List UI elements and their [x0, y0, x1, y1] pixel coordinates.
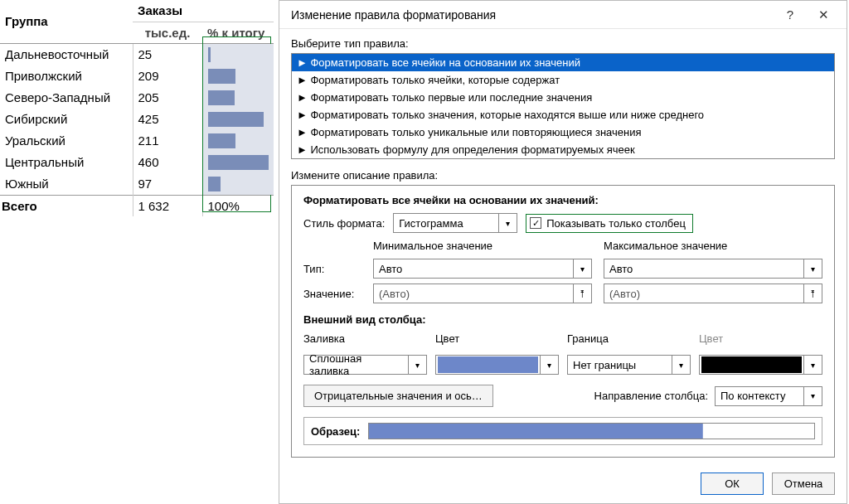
fill-type-select[interactable]: Сплошная заливка▾: [303, 355, 427, 375]
row-bar[interactable]: [202, 173, 274, 196]
row-label[interactable]: Уральский: [0, 130, 133, 152]
help-button[interactable]: ?: [774, 2, 807, 27]
row-bar[interactable]: [202, 130, 274, 152]
row-qty[interactable]: 205: [133, 87, 202, 109]
row-label[interactable]: Центральный: [0, 152, 133, 173]
min-value-input[interactable]: (Авто)⭱: [373, 284, 592, 303]
min-label: Минимальное значение: [373, 240, 592, 252]
row-qty[interactable]: 460: [133, 152, 202, 173]
row-label[interactable]: Приволжский: [0, 65, 133, 87]
subheader-pct[interactable]: % к итогу: [202, 22, 274, 43]
chevron-down-icon: ▾: [803, 356, 822, 374]
row-qty[interactable]: 97: [133, 173, 202, 196]
format-all-label: Форматировать все ячейки на основании их…: [303, 194, 822, 206]
fill-label: Заливка: [303, 332, 427, 345]
max-value-input[interactable]: (Авто)⭱: [604, 284, 822, 303]
fill-color-label: Цвет: [435, 332, 559, 345]
row-label[interactable]: Сибирский: [0, 109, 133, 130]
row-qty[interactable]: 209: [133, 65, 202, 87]
border-color-label: Цвет: [699, 332, 822, 345]
chevron-down-icon: ▾: [408, 356, 426, 374]
direction-label: Направление столбца:: [594, 390, 708, 402]
chevron-down-icon: ▾: [803, 259, 822, 278]
row-bar[interactable]: [202, 109, 274, 130]
border-label: Граница: [567, 332, 691, 345]
col-header-group[interactable]: Группа: [0, 0, 133, 43]
chevron-down-icon: ▾: [498, 214, 517, 232]
row-qty[interactable]: 425: [133, 109, 202, 130]
range-picker-icon[interactable]: ⭱: [573, 284, 591, 303]
type-label: Тип:: [303, 263, 361, 275]
sample-bar: [368, 423, 815, 439]
format-style-select[interactable]: Гистограмма ▾: [393, 213, 517, 233]
chevron-down-icon: ▾: [672, 356, 690, 374]
negative-axis-button[interactable]: Отрицательные значения и ось…: [303, 385, 493, 407]
checkmark-icon: ✓: [530, 217, 541, 229]
col-header-orders[interactable]: Заказы: [133, 0, 274, 22]
fill-color-select[interactable]: ▾: [435, 355, 559, 375]
close-button[interactable]: ✕: [807, 2, 840, 27]
ok-button[interactable]: ОК: [701, 472, 764, 495]
bar-direction-select[interactable]: По контексту▾: [715, 386, 822, 406]
select-rule-label: Выберите тип правила:: [291, 37, 835, 50]
min-type-select[interactable]: Авто▾: [373, 259, 592, 279]
rule-type-item[interactable]: ► Форматировать только уникальные или по…: [292, 124, 834, 141]
row-bar[interactable]: [202, 87, 274, 109]
rule-type-list[interactable]: ► Форматировать все ячейки на основании …: [291, 53, 835, 159]
row-qty[interactable]: 25: [133, 43, 202, 65]
value-label: Значение:: [303, 288, 361, 300]
row-label[interactable]: Южный: [0, 173, 133, 196]
row-label[interactable]: Северо-Западный: [0, 87, 133, 109]
row-bar[interactable]: [202, 43, 274, 65]
total-qty: 1 632: [133, 195, 202, 216]
dialog-title: Изменение правила форматирования: [291, 8, 774, 22]
subheader-qty[interactable]: тыс.ед.: [133, 22, 202, 43]
pivot-table: Группа Заказы тыс.ед. % к итогу Дальнево…: [0, 0, 274, 216]
edit-rule-dialog: Изменение правила форматирования ? ✕ Выб…: [279, 0, 847, 504]
rule-type-item[interactable]: ► Использовать формулу для определения ф…: [292, 141, 834, 158]
cancel-button[interactable]: Отмена: [772, 472, 835, 495]
range-picker-icon[interactable]: ⭱: [803, 284, 822, 303]
total-pct: 100%: [202, 195, 274, 216]
chevron-down-icon: ▾: [803, 387, 822, 405]
row-qty[interactable]: 211: [133, 130, 202, 152]
border-type-select[interactable]: Нет границы▾: [567, 355, 691, 375]
max-label: Максимальное значение: [604, 240, 822, 252]
style-label: Стиль формата:: [303, 217, 385, 230]
row-bar[interactable]: [202, 65, 274, 87]
rule-type-item[interactable]: ► Форматировать только значения, которые…: [292, 106, 834, 124]
border-color-select[interactable]: ▾: [699, 355, 822, 375]
rule-type-item[interactable]: ► Форматировать все ячейки на основании …: [292, 54, 834, 71]
row-bar[interactable]: [202, 152, 274, 173]
row-label[interactable]: Дальневосточный: [0, 43, 133, 65]
sample-label: Образец:: [311, 425, 360, 438]
bar-appearance-label: Внешний вид столбца:: [303, 313, 822, 326]
edit-desc-label: Измените описание правила:: [291, 169, 835, 182]
chevron-down-icon: ▾: [573, 259, 591, 278]
rule-type-item[interactable]: ► Форматировать только первые или послед…: [292, 89, 834, 106]
total-label: Всего: [0, 195, 133, 216]
show-bar-only-checkbox[interactable]: ✓ Показывать только столбец: [526, 214, 693, 233]
rule-type-item[interactable]: ► Форматировать только ячейки, которые с…: [292, 71, 834, 89]
max-type-select[interactable]: Авто▾: [604, 259, 822, 279]
chevron-down-icon: ▾: [540, 356, 558, 374]
